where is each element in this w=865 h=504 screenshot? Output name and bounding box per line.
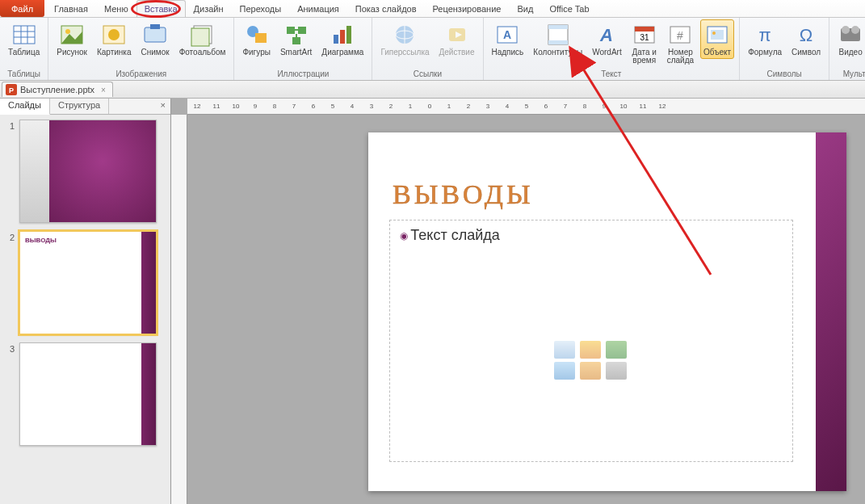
thumb-row: 3 — [5, 342, 162, 446]
menu-tab-анимация[interactable]: Анимация — [289, 0, 347, 17]
ruler-tick: 9 — [594, 103, 614, 110]
slide-thumbnail[interactable] — [19, 342, 157, 446]
menu-tab-вид[interactable]: Вид — [509, 0, 541, 17]
group-label: Мультимедиа — [842, 69, 865, 80]
video-label: Видео — [839, 48, 863, 57]
svg-text:Ω: Ω — [800, 25, 813, 45]
equation-button[interactable]: πФормула — [745, 19, 785, 59]
symbol-label: Символ — [792, 48, 821, 57]
picture-button[interactable]: Рисунок — [53, 19, 90, 59]
svg-text:A: A — [503, 28, 511, 41]
textbox-icon: A — [494, 22, 520, 48]
panel-tab-slides[interactable]: Слайды — [0, 99, 50, 115]
smartart-icon — [283, 22, 309, 48]
clipart-label: Картинка — [97, 48, 132, 57]
chart-button[interactable]: Диаграмма — [318, 19, 367, 59]
action-label: Действие — [439, 48, 475, 57]
chart-label: Диаграмма — [321, 48, 363, 57]
clipart-icon — [101, 22, 127, 48]
screenshot-label: Снимок — [141, 48, 170, 57]
picture-icon — [59, 22, 85, 48]
object-button[interactable]: Объект — [700, 19, 734, 59]
slide-title[interactable]: ВЫВОДЫ — [393, 179, 534, 210]
chart-icon — [330, 22, 355, 48]
svg-point-44 — [851, 26, 859, 34]
slide-thumbnail[interactable] — [19, 120, 157, 223]
vertical-ruler — [171, 115, 187, 504]
ribbon-group-Мультимедиа: ВидеоЗвукМультимедиа — [829, 18, 865, 80]
clipart-button[interactable]: Картинка — [94, 19, 135, 59]
menu-tab-office tab[interactable]: Office Tab — [541, 0, 597, 17]
ribbon-group-Изображения: РисунокКартинкаСнимокФотоальбомИзображен… — [48, 18, 234, 80]
screenshot-button[interactable]: Снимок — [138, 19, 173, 59]
headerfooter-button[interactable]: Колонтитулы — [530, 19, 586, 59]
equation-label: Формула — [748, 48, 782, 57]
svg-rect-10 — [150, 24, 160, 29]
document-tabbar: P Выступление.pptx × — [0, 81, 865, 99]
content-placeholder[interactable]: Текст слайда — [389, 220, 793, 462]
album-button[interactable]: Фотоальбом — [176, 19, 229, 59]
close-icon[interactable]: × — [101, 86, 106, 94]
group-label: Иллюстрации — [275, 69, 330, 80]
menu-tab-меню[interactable]: Меню — [96, 0, 136, 17]
ruler-tick: 11 — [207, 103, 226, 110]
svg-rect-20 — [346, 26, 351, 44]
ruler-tick: 7 — [556, 103, 575, 110]
menu-tab-показ слайдов[interactable]: Показ слайдов — [347, 0, 425, 17]
video-button[interactable]: Видео — [834, 19, 865, 59]
placeholder-icon-grid[interactable] — [554, 341, 628, 380]
menu-tab-вставка[interactable]: Вставка — [136, 0, 186, 17]
menu-tab-переходы[interactable]: Переходы — [232, 0, 290, 17]
placeholder-text: Текст слайда — [400, 227, 783, 244]
hyperlink-button[interactable]: Гиперссылка — [377, 19, 432, 59]
svg-rect-14 — [255, 33, 267, 43]
ruler-tick: 3 — [362, 103, 381, 110]
menu-tab-рецензирование[interactable]: Рецензирование — [425, 0, 510, 17]
picture-label: Рисунок — [57, 48, 87, 57]
smartart-button[interactable]: SmartArt — [277, 19, 315, 59]
wordart-button[interactable]: AWordArt — [589, 19, 625, 59]
svg-text:π: π — [759, 25, 771, 45]
action-icon — [444, 22, 470, 48]
textbox-button[interactable]: AНадпись — [489, 19, 527, 59]
panel-close-icon[interactable]: × — [156, 99, 170, 114]
workspace: Слайды Структура × 12ВЫВОДЫ3 12111098765… — [0, 99, 865, 504]
ruler-tick: 4 — [342, 103, 362, 110]
panel-tab-outline[interactable]: Структура — [50, 99, 109, 114]
svg-rect-29 — [548, 25, 568, 29]
svg-rect-33 — [635, 27, 654, 32]
action-button[interactable]: Действие — [436, 19, 478, 59]
svg-rect-12 — [191, 28, 209, 46]
datetime-label: Дата и время — [632, 48, 657, 65]
textbox-label: Надпись — [492, 48, 524, 57]
svg-text:#: # — [677, 29, 683, 42]
shapes-button[interactable]: Фигуры — [239, 19, 273, 59]
slidenum-button[interactable]: #Номер слайда — [664, 19, 697, 67]
smartart-label: SmartArt — [280, 48, 312, 57]
menu-tab-главная[interactable]: Главная — [46, 0, 96, 17]
ruler-tick: 5 — [517, 103, 536, 110]
ruler-tick: 3 — [478, 103, 498, 110]
datetime-button[interactable]: 31Дата и время — [628, 19, 661, 67]
ribbon-group-Символы: πФормулаΩСимволСимволы — [740, 18, 829, 80]
menu-tab-дизайн[interactable]: Дизайн — [186, 0, 232, 17]
table-button[interactable]: Таблица — [5, 19, 43, 59]
ruler-tick: 4 — [498, 103, 517, 110]
document-tab[interactable]: P Выступление.pptx × — [2, 82, 113, 97]
svg-point-8 — [108, 29, 120, 40]
slide-canvas[interactable]: ВЫВОДЫ Текст слайда — [368, 132, 846, 491]
headerfooter-icon — [545, 22, 571, 48]
file-tab[interactable]: Файл — [0, 0, 44, 17]
slide-accent-bar — [816, 132, 846, 491]
symbol-button[interactable]: ΩСимвол — [788, 19, 824, 59]
ruler-tick: 2 — [381, 103, 401, 110]
ruler-tick: 0 — [420, 103, 439, 110]
group-label: Текст — [599, 69, 623, 80]
svg-rect-16 — [298, 27, 306, 34]
table-label: Таблица — [8, 48, 40, 57]
svg-text:P: P — [9, 86, 14, 94]
svg-rect-9 — [145, 27, 166, 42]
datetime-icon: 31 — [632, 22, 657, 48]
slide-thumbnail[interactable]: ВЫВОДЫ — [19, 231, 157, 334]
symbol-icon: Ω — [793, 22, 819, 48]
